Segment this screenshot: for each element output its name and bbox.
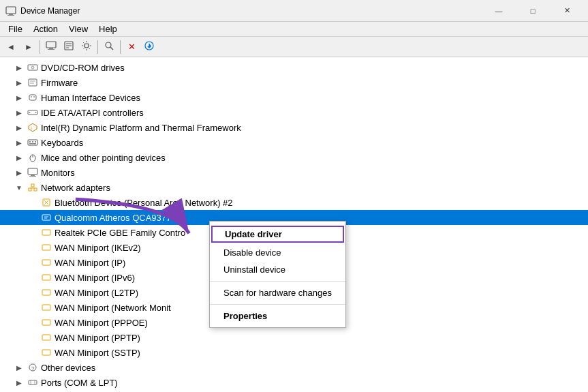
wan-pptp-icon: [41, 332, 52, 343]
svg-rect-42: [34, 188, 37, 191]
svg-text:i: i: [31, 126, 32, 130]
svg-rect-39: [31, 175, 35, 176]
ctx-scan-hardware[interactable]: Scan for hardware changes: [210, 284, 345, 301]
expand-icon-network: ▼: [14, 182, 25, 193]
tree-item-bluetooth[interactable]: ▶ Bluetooth Device (Personal Area Networ…: [0, 195, 588, 210]
tree-item-hid[interactable]: ▶ Human Interface Devices: [0, 90, 588, 105]
scan-icon: [104, 40, 114, 53]
svg-rect-61: [42, 350, 50, 355]
wan-ikev2-icon: [41, 242, 52, 253]
tree-item-wan-sstp[interactable]: ▶ WAN Miniport (SSTP): [0, 345, 588, 360]
svg-rect-53: [42, 230, 50, 235]
ports-icon: [27, 377, 38, 388]
properties-button[interactable]: [61, 39, 77, 55]
menu-bar: File Action View Help: [0, 22, 588, 37]
tree-label-wan-l2tp: WAN Miniport (L2TP): [55, 288, 138, 298]
ctx-disable-device[interactable]: Disable device: [210, 244, 345, 261]
other-icon: ?: [27, 362, 38, 373]
ctx-separator-2: [210, 304, 345, 305]
tree-label-realtek: Realtek PCIe GBE Family Contro: [55, 228, 185, 238]
toolbar-separator-3: [120, 40, 121, 54]
minimize-button[interactable]: —: [483, 1, 514, 21]
svg-rect-33: [32, 141, 33, 142]
tree-item-intel[interactable]: ▶ i Intel(R) Dynamic Platform and Therma…: [0, 120, 588, 135]
remove-icon: ✕: [128, 42, 136, 52]
tree-item-ports[interactable]: ▶ Ports (COM & LPT): [0, 375, 588, 390]
menu-view[interactable]: View: [63, 22, 93, 35]
tree-item-other[interactable]: ▶ ? Other devices: [0, 360, 588, 375]
svg-rect-54: [42, 245, 50, 250]
expand-icon-other: ▶: [14, 362, 25, 373]
svg-marker-16: [147, 46, 151, 48]
svg-rect-64: [29, 380, 37, 385]
svg-rect-57: [42, 290, 50, 295]
network-icon: [27, 182, 38, 193]
svg-rect-55: [42, 260, 50, 265]
svg-rect-20: [29, 79, 37, 86]
wan-pppoe-icon: [41, 317, 52, 328]
ctx-update-driver[interactable]: Update driver: [211, 226, 344, 243]
svg-point-27: [29, 112, 31, 113]
svg-point-11: [106, 42, 111, 48]
svg-rect-58: [42, 305, 50, 310]
app-icon: [5, 5, 16, 16]
settings-button[interactable]: [78, 39, 95, 55]
tree-label-dvd: DVD/CD-ROM drives: [41, 63, 125, 73]
svg-rect-23: [29, 95, 36, 100]
hid-icon: [27, 92, 38, 103]
expand-icon-mice: ▶: [14, 152, 25, 163]
remove-button[interactable]: ✕: [123, 39, 140, 55]
svg-marker-29: [29, 123, 37, 132]
tree-item-wan-pptp[interactable]: ▶ WAN Miniport (PPTP): [0, 330, 588, 345]
toolbar-separator-2: [97, 40, 98, 54]
tree-label-bluetooth: Bluetooth Device (Personal Area Network)…: [55, 198, 233, 208]
maximize-button[interactable]: □: [517, 1, 548, 21]
ctx-properties[interactable]: Properties: [210, 307, 345, 325]
tree-item-firmware[interactable]: ▶ Firmware: [0, 75, 588, 90]
svg-rect-4: [49, 48, 53, 49]
qualcomm-icon: [41, 212, 52, 223]
ctx-uninstall-device[interactable]: Uninstall device: [210, 261, 345, 278]
expand-icon-dvd: ▶: [14, 62, 25, 73]
tree-label-ide: IDE ATA/ATAPI controllers: [41, 108, 144, 118]
intel-icon: i: [27, 122, 38, 133]
wan-netmon-icon: [41, 302, 52, 313]
tree-label-wan-netmon: WAN Miniport (Network Monit: [55, 303, 171, 313]
tree-label-wan-ipv6: WAN Miniport (IPv6): [55, 273, 135, 283]
tree-label-other: Other devices: [41, 363, 95, 373]
close-button[interactable]: ✕: [551, 1, 583, 21]
computer-button[interactable]: [43, 39, 59, 55]
tree-item-ide[interactable]: ▶ IDE ATA/ATAPI controllers: [0, 105, 588, 120]
tree-item-mice[interactable]: ▶ Mice and other pointing devices: [0, 150, 588, 165]
tree-item-monitors[interactable]: ▶ Monitors: [0, 165, 588, 180]
menu-help[interactable]: Help: [93, 22, 123, 35]
window-controls: — □ ✕: [483, 1, 583, 21]
tree-label-intel: Intel(R) Dynamic Platform and Thermal Fr…: [41, 123, 241, 133]
firmware-icon: [27, 77, 38, 88]
tree-item-network[interactable]: ▼ Network adapters: [0, 180, 588, 195]
svg-point-25: [33, 96, 35, 97]
back-icon: ◄: [7, 42, 15, 52]
wan-sstp-icon: [41, 347, 52, 358]
bluetooth-icon: [41, 197, 52, 208]
tree-label-hid: Human Interface Devices: [41, 93, 140, 103]
svg-rect-32: [29, 141, 31, 142]
menu-file[interactable]: File: [3, 22, 28, 35]
svg-rect-43: [31, 184, 34, 187]
tree-label-wan-sstp: WAN Miniport (SSTP): [55, 348, 140, 358]
realtek-icon: [41, 227, 52, 238]
svg-rect-41: [29, 188, 31, 191]
forward-button[interactable]: ►: [20, 39, 37, 55]
svg-point-24: [31, 96, 32, 97]
tree-item-keyboards[interactable]: ▶ Keyboards: [0, 135, 588, 150]
svg-rect-1: [9, 14, 13, 15]
tree-label-mice: Mice and other pointing devices: [41, 153, 166, 163]
scan-button[interactable]: [101, 39, 117, 55]
ctx-separator-1: [210, 281, 345, 282]
update-button[interactable]: [141, 39, 157, 55]
svg-rect-38: [28, 168, 37, 175]
back-button[interactable]: ◄: [3, 39, 19, 55]
tree-item-dvd[interactable]: ▶ DVD/CD-ROM drives: [0, 60, 588, 75]
tree-label-qualcomm: Qualcomm Atheros QCA9377 W: [55, 213, 182, 223]
menu-action[interactable]: Action: [28, 22, 63, 35]
